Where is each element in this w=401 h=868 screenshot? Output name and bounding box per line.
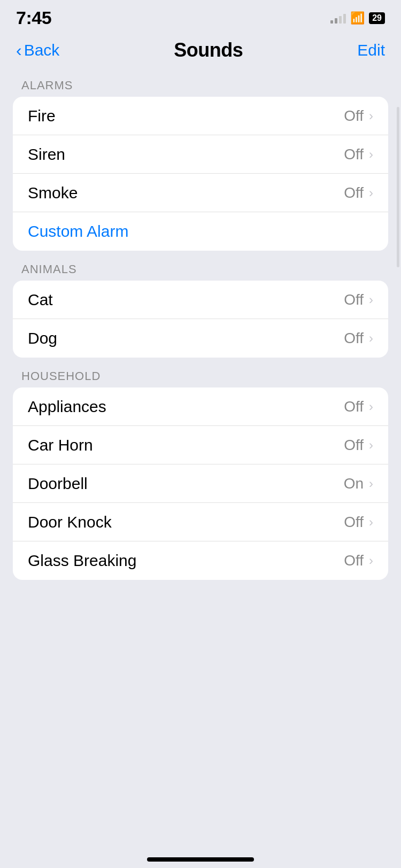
chevron-right-icon: › bbox=[369, 185, 373, 200]
list-item-alarms-3[interactable]: Custom Alarm bbox=[13, 212, 388, 251]
section-header-animals: ANIMALS bbox=[0, 256, 401, 281]
list-item-label: Siren bbox=[28, 145, 65, 164]
list-item-value: Off bbox=[344, 291, 364, 308]
chevron-right-icon: › bbox=[369, 476, 373, 491]
list-item-value: Off bbox=[344, 146, 364, 163]
list-item-household-3[interactable]: Door KnockOff› bbox=[13, 503, 388, 541]
list-item-alarms-1[interactable]: SirenOff› bbox=[13, 135, 388, 174]
battery-icon: 29 bbox=[369, 12, 385, 24]
list-item-value: Off bbox=[344, 398, 364, 415]
list-item-label: Custom Alarm bbox=[28, 222, 128, 241]
chevron-right-icon: › bbox=[369, 108, 373, 123]
back-label: Back bbox=[24, 41, 60, 59]
list-item-label: Car Horn bbox=[28, 436, 93, 454]
chevron-right-icon: › bbox=[369, 399, 373, 414]
section-list-animals: CatOff›DogOff› bbox=[13, 281, 388, 358]
list-item-value: Off bbox=[344, 437, 364, 454]
list-item-right: Off› bbox=[344, 184, 373, 201]
list-item-right: Off› bbox=[344, 552, 373, 569]
list-item-label: Fire bbox=[28, 107, 56, 125]
list-item-value: Off bbox=[344, 184, 364, 201]
list-item-animals-1[interactable]: DogOff› bbox=[13, 319, 388, 358]
chevron-right-icon: › bbox=[369, 515, 373, 530]
list-item-label: Glass Breaking bbox=[28, 552, 136, 570]
section-list-household: AppliancesOff›Car HornOff›DoorbellOn›Doo… bbox=[13, 387, 388, 580]
section-household: HOUSEHOLDAppliancesOff›Car HornOff›Doorb… bbox=[0, 363, 401, 580]
chevron-right-icon: › bbox=[369, 331, 373, 346]
list-item-label: Dog bbox=[28, 329, 57, 347]
page-title: Sounds bbox=[174, 39, 243, 61]
list-item-right: Off› bbox=[344, 398, 373, 415]
signal-bars-icon bbox=[330, 13, 346, 24]
sections-container: ALARMSFireOff›SirenOff›SmokeOff›Custom A… bbox=[0, 72, 401, 580]
list-item-household-4[interactable]: Glass BreakingOff› bbox=[13, 541, 388, 580]
wifi-icon: 📶 bbox=[350, 11, 365, 25]
list-item-right: Off› bbox=[344, 146, 373, 163]
home-indicator bbox=[147, 857, 254, 862]
list-item-right: Off› bbox=[344, 330, 373, 347]
list-item-label: Cat bbox=[28, 291, 53, 309]
edit-button[interactable]: Edit bbox=[357, 41, 385, 59]
chevron-right-icon: › bbox=[369, 147, 373, 162]
chevron-right-icon: › bbox=[369, 438, 373, 453]
list-item-household-0[interactable]: AppliancesOff› bbox=[13, 387, 388, 426]
list-item-label: Door Knock bbox=[28, 513, 112, 531]
list-item-value: On bbox=[344, 475, 364, 492]
list-item-label: Appliances bbox=[28, 398, 106, 416]
list-item-value: Off bbox=[344, 552, 364, 569]
status-icons: 📶 29 bbox=[330, 11, 385, 25]
list-item-household-1[interactable]: Car HornOff› bbox=[13, 426, 388, 464]
back-chevron-icon: ‹ bbox=[16, 42, 22, 59]
list-item-right: Off› bbox=[344, 437, 373, 454]
list-item-right: Off› bbox=[344, 291, 373, 308]
chevron-right-icon: › bbox=[369, 292, 373, 307]
list-item-right: Off› bbox=[344, 514, 373, 531]
section-alarms: ALARMSFireOff›SirenOff›SmokeOff›Custom A… bbox=[0, 72, 401, 251]
back-button[interactable]: ‹ Back bbox=[16, 41, 59, 59]
status-bar: 7:45 📶 29 bbox=[0, 0, 401, 34]
status-time: 7:45 bbox=[16, 7, 51, 28]
chevron-right-icon: › bbox=[369, 553, 373, 568]
list-item-value: Off bbox=[344, 330, 364, 347]
section-header-alarms: ALARMS bbox=[0, 72, 401, 97]
list-item-label: Smoke bbox=[28, 184, 78, 202]
list-item-right: On› bbox=[344, 475, 373, 492]
list-item-household-2[interactable]: DoorbellOn› bbox=[13, 464, 388, 503]
list-item-value: Off bbox=[344, 514, 364, 531]
scroll-indicator bbox=[397, 107, 399, 267]
list-item-alarms-2[interactable]: SmokeOff› bbox=[13, 174, 388, 212]
list-item-value: Off bbox=[344, 107, 364, 125]
section-header-household: HOUSEHOLD bbox=[0, 363, 401, 387]
list-item-animals-0[interactable]: CatOff› bbox=[13, 281, 388, 319]
nav-bar: ‹ Back Sounds Edit bbox=[0, 34, 401, 72]
section-animals: ANIMALSCatOff›DogOff› bbox=[0, 256, 401, 358]
list-item-alarms-0[interactable]: FireOff› bbox=[13, 97, 388, 135]
list-item-right: Off› bbox=[344, 107, 373, 125]
section-list-alarms: FireOff›SirenOff›SmokeOff›Custom Alarm bbox=[13, 97, 388, 251]
list-item-label: Doorbell bbox=[28, 475, 88, 493]
